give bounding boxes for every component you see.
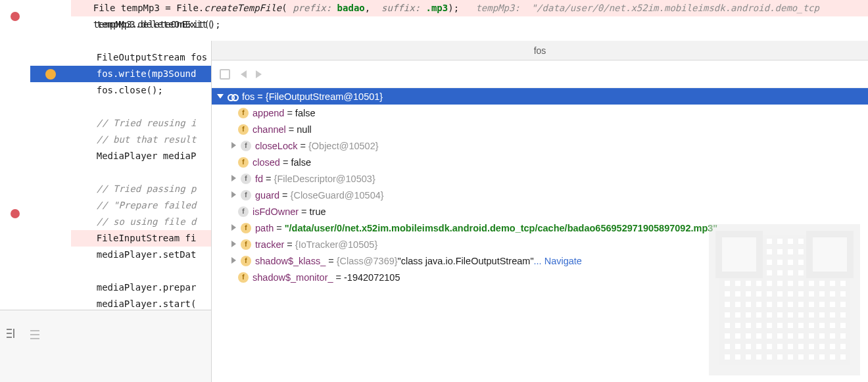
field-icon: f: [238, 108, 249, 118]
new-watch-icon[interactable]: [218, 68, 231, 81]
nav-forward-icon[interactable]: [256, 70, 262, 78]
todo-view-icon[interactable]: [30, 329, 42, 341]
code-line[interactable]: mediaPlayer.setDat: [71, 247, 211, 263]
tree-field-tracker[interactable]: ftracker={IoTracker@10505}: [212, 236, 868, 252]
field-icon: f: [241, 256, 251, 266]
tree-field-shadow-klass-[interactable]: fshadow$_klass_={Class@7369} "class java…: [212, 252, 868, 269]
field-icon: f: [238, 206, 249, 217]
expand-icon[interactable]: [216, 92, 225, 101]
code-line[interactable]: MediaPlayer mediaP: [71, 148, 211, 164]
tree-field-append[interactable]: fappend=false: [212, 105, 868, 121]
code-line[interactable]: mediaPlayer.prepar: [71, 279, 211, 296]
code-line[interactable]: File tempMp3 = File.createTempFile( pref…: [71, 0, 211, 16]
expand-icon[interactable]: [229, 224, 238, 233]
tree-root[interactable]: fos={FileOutputStream@10501}: [212, 88, 868, 105]
tree-field-closed[interactable]: fclosed=false: [212, 154, 868, 170]
tree-field-fd[interactable]: ffd={FileDescriptor@10503}: [212, 170, 868, 187]
debugger-popup: fos fos={FileOutputStream@10501} fappend…: [211, 41, 868, 382]
tree-field-channel[interactable]: fchannel=null: [212, 121, 868, 137]
structure-view-icon[interactable]: [7, 329, 18, 341]
code-line[interactable]: [71, 33, 211, 49]
object-link-icon: [228, 91, 238, 102]
field-icon: f: [238, 157, 249, 168]
popup-title: fos: [212, 41, 868, 60]
code-line[interactable]: // so using file d: [71, 214, 211, 230]
code-line[interactable]: // but that result: [71, 131, 211, 148]
field-icon: f: [241, 239, 251, 250]
tree-field-guard[interactable]: fguard={CloseGuard@10504}: [212, 187, 868, 203]
expand-icon[interactable]: [229, 141, 238, 151]
popup-toolbar: [212, 60, 868, 88]
lightbulb-icon[interactable]: [45, 69, 56, 80]
breakpoint-icon[interactable]: [11, 209, 20, 218]
tree-field-isfdowner[interactable]: fisFdOwner=true: [212, 203, 868, 220]
code-line[interactable]: FileOutputStream fos = new FileOutputStr…: [71, 49, 211, 66]
tree-field-closelock[interactable]: fcloseLock={Object@10502}: [212, 137, 868, 154]
code-line[interactable]: [71, 164, 211, 181]
variables-tree[interactable]: fos={FileOutputStream@10501} fappend=fal…: [212, 88, 868, 382]
code-line[interactable]: // "Prepare failed: [71, 197, 211, 214]
code-line[interactable]: FileInputStream fi: [71, 230, 211, 247]
field-icon: f: [238, 124, 249, 135]
code-line[interactable]: // Tried reusing i: [71, 115, 211, 131]
navigate-link[interactable]: ... Navigate: [534, 256, 582, 266]
code-line[interactable]: fos.close();: [71, 82, 211, 99]
code-line[interactable]: [71, 263, 211, 279]
bottom-toolbar: [0, 310, 211, 382]
code-line[interactable]: tempMp3.deleteOnExit();: [71, 16, 211, 33]
nav-back-icon[interactable]: [241, 70, 247, 78]
field-icon: f: [241, 223, 251, 233]
code-line[interactable]: [71, 99, 211, 115]
expand-icon[interactable]: [229, 191, 238, 200]
field-icon: f: [238, 272, 249, 283]
field-icon: f: [241, 190, 251, 201]
code-line[interactable]: fos.write(mp3Sound: [71, 66, 211, 82]
expand-icon[interactable]: [229, 256, 238, 266]
expand-icon[interactable]: [229, 174, 238, 183]
field-icon: f: [241, 174, 251, 184]
code-line[interactable]: // Tried passing p: [71, 181, 211, 197]
expand-icon[interactable]: [229, 240, 238, 249]
tree-field-path[interactable]: fpath="/data/user/0/net.x52im.mobileimsd…: [212, 220, 868, 236]
field-icon: f: [241, 141, 251, 151]
breakpoint-icon[interactable]: [11, 12, 20, 21]
tree-field-shadow-monitor-[interactable]: fshadow$_monitor_=-1942072105: [212, 269, 868, 285]
